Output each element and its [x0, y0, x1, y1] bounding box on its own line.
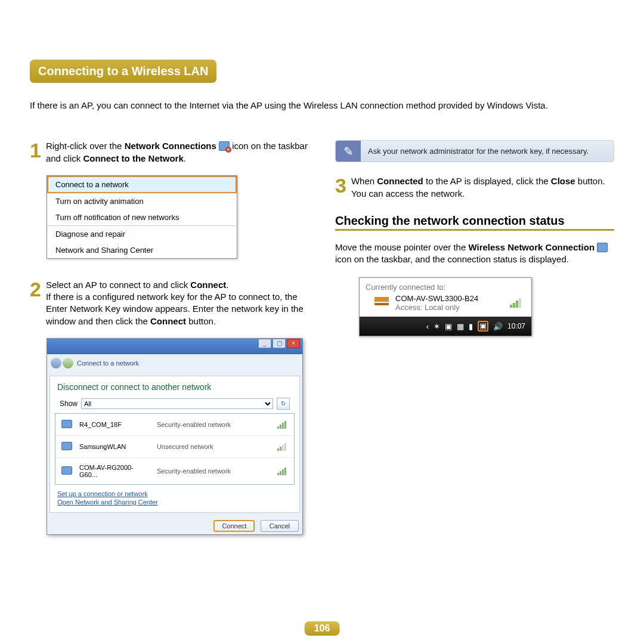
left-column: 1 Right-click over the Network Connectio…	[30, 140, 309, 555]
step-text-bold: Connect to the Network	[83, 153, 183, 163]
step-text-bold: Connected	[377, 176, 423, 186]
right-column: ✎ Ask your network administrator for the…	[335, 140, 614, 555]
step-1: 1 Right-click over the Network Connectio…	[30, 140, 309, 165]
step-text-bold: Connect	[150, 316, 186, 326]
context-menu-item[interactable]: Turn off notification of new networks	[47, 209, 237, 225]
tray-ssid: COM-AV-SWL3300-B24	[395, 294, 478, 303]
network-row[interactable]: COM-AV-RG2000-G60... Security-enabled ne…	[55, 458, 294, 484]
checking-text: Move the mouse pointer over the Wireless…	[335, 242, 614, 266]
step-text-bold: Close	[551, 176, 575, 186]
subheading: Checking the network connection status	[335, 214, 614, 228]
window-controls: _ ▢ ×	[258, 339, 300, 348]
step-text-fragment: Right-click over the	[46, 141, 125, 151]
window-heading: Disconnect or connect to another network	[55, 381, 295, 397]
step-text-fragment: When	[351, 176, 377, 186]
network-icon	[61, 442, 73, 451]
forward-icon[interactable]	[63, 358, 73, 369]
close-button[interactable]: ×	[287, 339, 300, 348]
tray-network-info: COM-AV-SWL3300-B24 Access: Local only	[395, 294, 478, 312]
signal-strength-icon	[277, 467, 288, 475]
tray-icon[interactable]: ✶	[434, 322, 440, 331]
network-security: Security-enabled network	[157, 421, 271, 428]
tray-label: Currently connected to:	[366, 283, 525, 292]
step-text-fragment: .	[184, 153, 186, 163]
connect-window-figure: _ ▢ × Connect to a network Disconnect or…	[47, 338, 303, 535]
text-fragment: Move the mouse pointer over the	[335, 242, 468, 252]
network-disconnected-icon	[219, 141, 230, 151]
step-2: 2 Select an AP to connect to and click C…	[30, 279, 309, 327]
tray-status-figure: Currently connected to: COM-AV-SWL3300-B…	[359, 277, 532, 336]
refresh-button[interactable]: ↻	[277, 398, 290, 410]
signal-strength-icon	[510, 298, 523, 308]
open-network-center-link[interactable]: Open Network and Sharing Center	[57, 498, 292, 506]
park-bench-icon	[373, 296, 391, 310]
step-3: 3 When Connected to the AP is displayed,…	[335, 175, 614, 200]
step-number: 2	[30, 279, 41, 327]
context-menu-item[interactable]: Turn on activity animation	[47, 193, 237, 209]
step-text-bold: Connect	[190, 280, 226, 290]
section-title: Connecting to a Wireless LAN	[30, 60, 216, 83]
nav-icons	[51, 358, 73, 369]
info-note: ✎ Ask your network administrator for the…	[335, 140, 614, 162]
tray-tooltip: Currently connected to: COM-AV-SWL3300-B…	[360, 278, 531, 317]
network-tray-icon[interactable]: ▣	[478, 321, 488, 332]
connect-button[interactable]: Connect	[213, 520, 255, 532]
setup-connection-link[interactable]: Set up a connection or network	[57, 490, 292, 498]
subheading-rule	[335, 229, 614, 231]
context-menu-figure: Connect to a network Turn on activity an…	[47, 175, 237, 259]
signal-strength-icon	[277, 420, 288, 429]
network-connected-icon	[597, 243, 608, 252]
minimize-button[interactable]: _	[258, 339, 271, 348]
step-number: 1	[30, 140, 41, 165]
network-name: R4_COM_18F	[79, 421, 151, 428]
show-filter-row: Show All ↻	[55, 397, 295, 413]
text-fragment: icon on the taskbar, and the connection …	[335, 254, 569, 264]
volume-icon[interactable]: 🔊	[493, 322, 503, 331]
tray-icon[interactable]: ▣	[445, 322, 452, 331]
tray-access: Access: Local only	[395, 303, 478, 312]
step-text-fragment: You can access the network.	[351, 188, 465, 199]
network-row[interactable]: R4_COM_18F Security-enabled network	[55, 414, 294, 436]
text-bold: Wireless Network Connection	[468, 242, 595, 252]
step-text: Right-click over the Network Connections…	[46, 140, 309, 165]
step-text-fragment: button.	[575, 176, 605, 186]
network-security: Unsecured network	[157, 443, 271, 450]
signal-strength-icon	[277, 442, 288, 451]
step-text-fragment: Select an AP to connect to and click	[46, 280, 190, 290]
show-label: Show	[60, 400, 78, 408]
step-text-bold: Network Connections	[125, 141, 216, 151]
context-menu-item[interactable]: Diagnose and repair	[47, 226, 237, 242]
network-icon	[61, 466, 73, 476]
network-name: SamsungWLAN	[79, 443, 151, 450]
step-number: 3	[335, 175, 346, 200]
back-icon[interactable]	[51, 358, 61, 369]
chevron-left-icon[interactable]: ‹	[426, 322, 429, 331]
window-links: Set up a connection or network Open Netw…	[55, 485, 295, 507]
maximize-button[interactable]: ▢	[273, 339, 286, 348]
content-columns: 1 Right-click over the Network Connectio…	[30, 140, 614, 555]
window-titlebar: _ ▢ ×	[47, 339, 302, 354]
tray-icon[interactable]: ▦	[457, 322, 464, 331]
network-security: Security-enabled network	[157, 467, 271, 475]
step-text: When Connected to the AP is displayed, c…	[351, 175, 605, 200]
network-icon	[61, 420, 73, 429]
cancel-button[interactable]: Cancel	[261, 520, 299, 532]
context-menu-item-connect[interactable]: Connect to a network	[47, 176, 237, 193]
window-buttons: Connect Cancel	[47, 515, 302, 534]
page-number: 106	[305, 621, 340, 636]
step-text-fragment: to the AP is displayed, click the	[423, 176, 551, 186]
battery-icon[interactable]: ▮	[469, 322, 473, 331]
window-body: Disconnect or connect to another network…	[49, 376, 300, 513]
network-list: R4_COM_18F Security-enabled network Sams…	[55, 413, 295, 485]
note-icon: ✎	[336, 141, 361, 162]
network-row[interactable]: SamsungWLAN Unsecured network	[55, 436, 294, 458]
window-breadcrumb: Connect to a network	[47, 354, 302, 373]
intro-text: If there is an AP, you can connect to th…	[30, 100, 614, 112]
step-text: Select an AP to connect to and click Con…	[46, 279, 309, 327]
tray-clock: 10:07	[507, 322, 525, 330]
show-select[interactable]: All	[81, 398, 273, 409]
step-text-fragment: .	[226, 280, 228, 290]
step-text-fragment: button.	[186, 316, 216, 326]
note-text: Ask your network administrator for the n…	[368, 141, 595, 162]
context-menu-item[interactable]: Network and Sharing Center	[47, 242, 237, 258]
